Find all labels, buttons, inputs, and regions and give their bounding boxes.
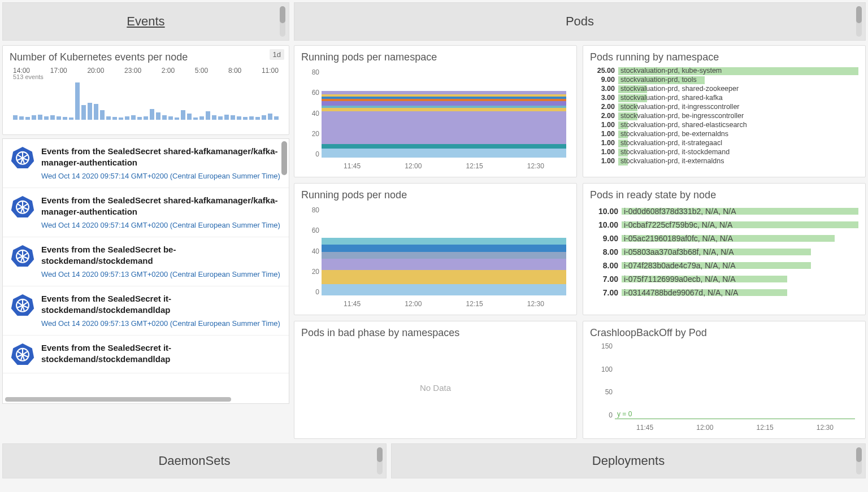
bar [44, 116, 49, 120]
event-item[interactable]: Events from the SealedSecret be-stockdem… [3, 237, 289, 286]
series-stripe [322, 99, 566, 101]
bar [32, 115, 36, 120]
bar [162, 115, 167, 120]
toplist-label: stockvaluation-prd, it-ingresscontroller [620, 103, 740, 111]
bar-chart[interactable]: 14:0017:0020:0023:002:005:008:0011:00 51… [10, 67, 282, 129]
series-stripe [322, 97, 566, 99]
scrollbar[interactable] [856, 447, 862, 474]
toplist[interactable]: 25.00 stockvaluation-prd, kube-system9.0… [590, 67, 858, 167]
event-item[interactable]: Events from the SealedSecret it-stockdem… [3, 336, 289, 373]
bar [243, 117, 248, 120]
panel-title: CrashloopBackOff by Pod [590, 327, 858, 339]
toplist-label: stockvaluation-prd, it-strategaacl [620, 139, 722, 147]
section-header-daemonsets[interactable]: DaemonSets [2, 443, 387, 478]
scrollbar[interactable] [377, 447, 383, 474]
toplist-label: i-0cbaf7225cf759b9c, N/A, N/A [624, 220, 732, 229]
event-item[interactable]: Events from the SealedSecret shared-kafk… [3, 188, 289, 237]
toplist-row[interactable]: 1.00 stockvaluation-prd, shared-elastics… [590, 121, 858, 130]
event-item[interactable]: Events from the SealedSecret shared-kafk… [3, 139, 289, 188]
scrollbar[interactable] [280, 6, 285, 37]
bar [125, 116, 129, 120]
running-per-node-panel: Running pods per node 806040200 11:4512:… [294, 183, 577, 315]
toplist-row[interactable]: 1.00 stockvaluation-prd, it-stockdemand [590, 148, 858, 157]
bar [168, 116, 173, 120]
bar [212, 115, 216, 120]
kubernetes-icon [11, 293, 34, 317]
toplist-row[interactable]: 9.00 stockvaluation-prd, tools [590, 76, 858, 85]
toplist[interactable]: 10.00 i-0d0d608f378d331b2, N/A, N/A10.00… [590, 204, 858, 299]
tick: 40 [301, 248, 319, 255]
bar [187, 114, 192, 120]
toplist-label: i-05ac21960189af0fc, N/A, N/A [624, 234, 733, 243]
series-stripe [322, 111, 566, 145]
event-title: Events from the SealedSecret be-stockdem… [41, 244, 281, 267]
event-timestamp: Wed Oct 14 2020 09:57:13 GMT+0200 (Centr… [41, 319, 281, 329]
toplist-row[interactable]: 3.00 stockvaluation-prd, shared-zookeepe… [590, 85, 858, 94]
crashloop-panel: CrashloopBackOff by Pod 150100500 y = 0 … [583, 321, 866, 439]
series-stripe [322, 252, 566, 259]
bar [150, 109, 154, 120]
stacked-area-chart[interactable]: 806040200 11:4512:0012:1512:30 [301, 67, 570, 171]
section-header-deployments[interactable]: Deployments [391, 443, 866, 478]
toplist-row[interactable]: 1.00 stockvaluation-prd, it-externaldns [590, 157, 858, 166]
x-tick: 8:00 [228, 67, 241, 75]
scrollbar[interactable] [856, 6, 862, 37]
stacked-area-chart[interactable]: 806040200 11:4512:0012:1512:30 [301, 204, 570, 309]
running-per-namespace-panel: Running pods per namespace 806040200 11:… [294, 45, 577, 177]
kubernetes-icon [11, 244, 34, 268]
bar [106, 116, 111, 120]
x-tick: 2:00 [162, 67, 175, 75]
toplist-row[interactable]: 9.00 i-05ac21960189af0fc, N/A, N/A [590, 232, 858, 245]
panel-title: Running pods per namespace [301, 51, 570, 63]
toplist-value: 9.00 [590, 234, 618, 243]
section-header-events[interactable]: Events [2, 2, 289, 41]
toplist-row[interactable]: 7.00 i-03144788bde99067d, N/A, N/A [590, 286, 858, 299]
toplist-row[interactable]: 1.00 stockvaluation-prd, be-externaldns [590, 130, 858, 139]
bar [119, 117, 123, 120]
tick: 12:30 [527, 300, 544, 308]
event-item[interactable]: Events from the SealedSecret it-stockdem… [3, 286, 289, 336]
toplist-row[interactable]: 2.00 stockvaluation-prd, be-ingresscontr… [590, 112, 858, 121]
toplist-row[interactable]: 1.00 stockvaluation-prd, it-strategaacl [590, 139, 858, 148]
toplist-row[interactable]: 10.00 i-0cbaf7225cf759b9c, N/A, N/A [590, 218, 858, 232]
toplist-row[interactable]: 3.00 stockvaluation-prd, shared-kafka [590, 94, 858, 103]
bar [75, 82, 80, 120]
toplist-value: 7.00 [590, 288, 618, 297]
line-chart[interactable]: 150100500 y = 0 11:4512:0012:1512:30 [590, 342, 858, 433]
series-stripe [322, 101, 566, 106]
toplist-row[interactable]: 8.00 i-074f283b0ade4c79a, N/A, N/A [590, 259, 858, 272]
tick: 12:00 [405, 300, 422, 308]
scrollbar[interactable] [281, 141, 287, 175]
toplist-label: i-05803aa370af3b68f, N/A, N/A [624, 247, 734, 256]
bar [224, 115, 229, 120]
bar [25, 117, 30, 120]
h-scrollbar[interactable] [5, 397, 231, 402]
time-range-badge[interactable]: 1d [270, 49, 284, 60]
tick: 12:30 [817, 424, 834, 432]
zero-annotation: y = 0 [617, 410, 632, 418]
toplist-value: 3.00 [590, 85, 615, 94]
event-title: Events from the SealedSecret shared-kafk… [41, 195, 281, 218]
series-stripe [322, 276, 566, 285]
tick: 20 [301, 130, 319, 137]
toplist-row[interactable]: 10.00 i-0d0d608f378d331b2, N/A, N/A [590, 204, 858, 218]
toplist-row[interactable]: 8.00 i-05803aa370af3b68f, N/A, N/A [590, 245, 858, 259]
bar [255, 117, 260, 120]
section-header-pods[interactable]: Pods [294, 2, 866, 41]
bar [63, 117, 67, 120]
toplist-row[interactable]: 2.00 stockvaluation-prd, it-ingresscontr… [590, 103, 858, 112]
tick: 12:15 [466, 162, 483, 170]
panel-title: Pods running by namespace [590, 51, 858, 63]
toplist-label: stockvaluation-prd, shared-elasticsearch [620, 121, 747, 129]
toplist-value: 10.00 [590, 220, 618, 229]
bar [249, 116, 254, 120]
series-stripe [322, 259, 566, 270]
panel-title: Pods in ready state by node [590, 189, 858, 201]
event-title: Events from the SealedSecret it-stockdem… [41, 342, 281, 365]
series-stripe [322, 106, 566, 108]
tick: 60 [301, 89, 319, 96]
bar [137, 117, 142, 120]
toplist-label: i-03144788bde99067d, N/A, N/A [624, 288, 738, 297]
toplist-row[interactable]: 7.00 i-075f71126999a0ecb, N/A, N/A [590, 272, 858, 286]
toplist-row[interactable]: 25.00 stockvaluation-prd, kube-system [590, 67, 858, 76]
